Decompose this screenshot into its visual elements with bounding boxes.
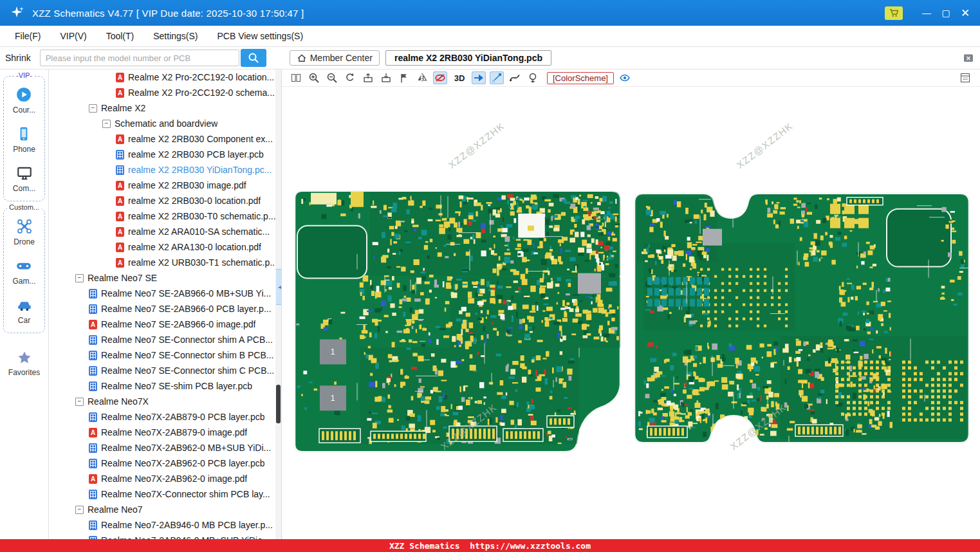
tree-collapse-handle[interactable]: ◀ [276, 269, 282, 305]
refresh-view-icon[interactable] [343, 71, 357, 84]
tree-item[interactable]: Realme Neo7-2AB946-0 MB PCB layer.p... [49, 517, 281, 533]
color-scheme-button[interactable]: [ColorScheme] [547, 72, 614, 84]
tree-item[interactable]: Realme Neo7 SE-2AB966-0 image.pdf [49, 317, 281, 332]
curve-tool-icon[interactable] [508, 71, 522, 84]
tree-item[interactable]: Realme X2 Pro-2CC192-0 schema... [49, 85, 281, 100]
zoom-in-icon[interactable] [307, 71, 321, 84]
tree-item[interactable]: Realme Neo7X-2AB962-0 MB+SUB YiDi... [49, 440, 281, 455]
window-title: XZZ Schematics V4.77 [ VIP Due date: 202… [32, 8, 304, 19]
car-icon [15, 296, 33, 314]
search-button[interactable] [241, 49, 266, 67]
tree-item[interactable]: Realme Neo7 SE-shim PCB layer.pcb [49, 378, 281, 394]
tree-item[interactable]: realme X2 ARA010-SA schematic... [49, 224, 281, 239]
watermark-text: XZZ@XZZHK [446, 120, 506, 171]
sidebar-item-drone[interactable]: Drone [14, 217, 35, 246]
tree-item[interactable]: Realme Neo7 SE-2AB966-0 PCB layer.p... [49, 301, 281, 317]
minimize-button[interactable]: — [917, 0, 936, 26]
tree-item[interactable]: Realme Neo7 SE-Connector shim A PCB... [49, 332, 281, 347]
pointer-tool-icon[interactable] [472, 71, 486, 84]
active-document-tab[interactable]: realme X2 2RB030 YiDianTong.pcb [385, 50, 551, 66]
hide-parts-icon[interactable] [433, 71, 447, 84]
tree-item-label: realme X2 2RB030 PCB layer.pcb [128, 149, 264, 160]
tree-expander-icon[interactable]: − [75, 506, 84, 514]
sidebar-item-car[interactable]: Car [15, 296, 33, 325]
diode-measure-icon[interactable] [490, 71, 504, 84]
tree-item[interactable]: realme X2 2RB030-T0 schematic.p... [49, 208, 281, 224]
tree-item[interactable]: −Schematic and boardview [49, 116, 281, 131]
visibility-eye-icon[interactable] [618, 71, 632, 84]
tree-item[interactable]: −Realme Neo7 SE [49, 270, 281, 286]
pcb-file-icon [89, 366, 97, 376]
tree-item[interactable]: Realme Neo7X-2AB962-0 PCB layer.pcb [49, 455, 281, 471]
menu-pcb-view-settings[interactable]: PCB View settings(S) [207, 31, 313, 41]
board-ref-label: 1 [331, 394, 335, 403]
pcb-file-icon [89, 351, 97, 360]
shrink-button[interactable]: Shrink [5, 53, 31, 63]
pcb-file-icon [89, 443, 97, 453]
tree-item[interactable]: −Realme X2 [49, 100, 281, 116]
member-center-button[interactable]: Member Center [290, 50, 380, 66]
menu-file[interactable]: File(F) [5, 31, 50, 41]
sidebar-item-computer[interactable]: Com... [13, 164, 35, 193]
pcb-file-icon [89, 459, 97, 468]
search-input[interactable] [40, 50, 239, 66]
flag-marker-icon[interactable] [397, 71, 411, 84]
tree-item[interactable]: Realme Neo7X-2AB962-0 image.pdf [49, 471, 281, 486]
tree-item[interactable]: Realme Neo7X-Connector shim PCB lay... [49, 486, 281, 502]
sidebar-item-game[interactable]: Gam... [12, 257, 35, 286]
tree-item-label: realme X2 2RB030-0 location.pdf [128, 196, 261, 206]
vip-shop-icon[interactable] [885, 6, 903, 20]
viewer-toolbar-icons: 3D[ColorScheme] [282, 71, 634, 84]
tree-item[interactable]: realme X2 2RB030 YiDianTong.pc... [49, 162, 281, 178]
view-3d-button[interactable]: 3D [451, 71, 468, 84]
menu-settings[interactable]: Settings(S) [143, 31, 207, 41]
close-tabs-icon[interactable] [963, 52, 974, 64]
export-board-icon[interactable] [361, 71, 375, 84]
tree-item[interactable]: Realme Neo7X-2AB879-0 image.pdf [49, 425, 281, 440]
tree-item[interactable]: realme X2 2RB030-0 location.pdf [49, 193, 281, 208]
tree-item[interactable]: realme X2 URB030-T1 schematic.p... [49, 255, 281, 270]
tree-item-label: realme X2 URB030-T1 schematic.p... [128, 257, 277, 268]
zoom-out-icon[interactable] [325, 71, 339, 84]
pdf-file-icon [116, 181, 124, 190]
flip-board-icon[interactable] [415, 71, 429, 84]
pdf-file-icon [89, 428, 97, 437]
tree-item[interactable]: realme X2 2RB030 PCB layer.pcb [49, 147, 281, 162]
maximize-button[interactable]: ▢ [936, 0, 956, 26]
menu-vip[interactable]: VIP(V) [50, 31, 96, 41]
close-button[interactable]: ✕ [956, 0, 975, 26]
tree-item[interactable]: realme X2 2RB030 image.pdf [49, 178, 281, 193]
tree-item[interactable]: Realme Neo7 SE-Connector shim C PCB... [49, 363, 281, 378]
sidebar-item-course[interactable]: Cour... [13, 86, 35, 115]
tree-item[interactable]: Realme Neo7 SE-2AB966-0 MB+SUB Yi... [49, 286, 281, 301]
menu-tool[interactable]: Tool(T) [97, 31, 144, 41]
pcb-file-icon [89, 304, 97, 314]
tree-expander-icon[interactable]: − [75, 398, 84, 406]
main-content: -VIP- Cour... Phone [0, 69, 980, 539]
tree-item[interactable]: −Realme Neo7X [49, 394, 281, 409]
tree-expander-icon[interactable]: − [75, 274, 84, 282]
home-icon [297, 53, 307, 63]
pcb-file-icon [116, 150, 124, 160]
tree-item[interactable]: realme X2 2RB030 Component ex... [49, 131, 281, 147]
sidebar-item-phone[interactable]: Phone [13, 125, 35, 154]
import-board-icon[interactable] [379, 71, 393, 84]
sidebar-item-favorites[interactable]: Favorites [0, 349, 48, 377]
locate-tool-icon[interactable] [526, 71, 540, 84]
tree-expander-icon[interactable]: − [89, 104, 97, 113]
split-view-icon[interactable] [289, 71, 303, 84]
tree-item[interactable]: −Realme Neo7 [49, 502, 281, 517]
pcb-canvas[interactable]: 11XZZ@XZZHKXZZ@XZZHKXZZ@XZZHKXZZ@XZZHK [282, 87, 980, 539]
tree-item[interactable]: Realme X2 Pro-2CC192-0 location... [49, 69, 281, 85]
main-toolbar: Shrink Member Center realme X2 2RB030 Yi… [0, 47, 980, 69]
scrollbar-thumb[interactable] [276, 385, 281, 423]
tree-item-label: Realme Neo7 SE-2AB966-0 MB+SUB Yi... [101, 288, 271, 299]
tree-expander-icon[interactable]: − [102, 120, 111, 128]
tree-item[interactable]: realme X2 ARA130-0 location.pdf [49, 239, 281, 255]
tree-item[interactable]: Realme Neo7X-2AB879-0 PCB layer.pcb [49, 409, 281, 425]
tree-item-label: Realme X2 Pro-2CC192-0 location... [128, 72, 274, 82]
tree-item[interactable]: Realme Neo7 SE-Connector shim B PCB... [49, 347, 281, 363]
tree-item-label: Realme Neo7 SE-Connector shim B PCB... [101, 350, 273, 360]
layers-panel-icon[interactable] [958, 71, 972, 84]
tree-item[interactable]: Realme Neo7-2AB946-0 MB+SUB YiDia... [49, 533, 281, 539]
